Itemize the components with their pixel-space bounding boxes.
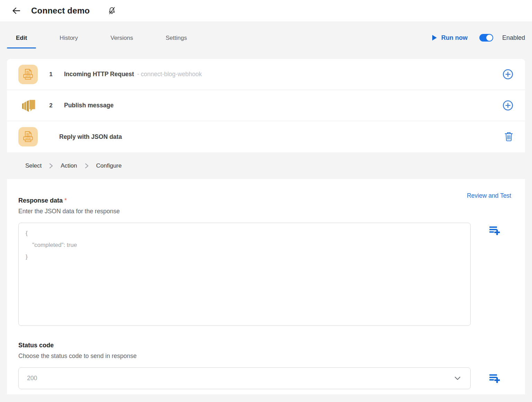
breadcrumb-action[interactable]: Action <box>61 162 77 169</box>
review-and-test-link[interactable]: Review and Test <box>467 192 511 199</box>
notifications-muted-button[interactable] <box>108 7 116 15</box>
status-code-hint: Choose the status code to send in respon… <box>18 352 501 360</box>
status-code-select[interactable]: 200 <box>18 367 471 389</box>
enabled-toggle[interactable] <box>479 34 493 42</box>
workflow-card: HTTP 1 Incoming HTTP Request - connect-b… <box>7 59 525 394</box>
top-bar: Connect demo <box>0 0 532 21</box>
workflow-step-row-3[interactable]: HTTP Reply with JSON data <box>7 121 525 152</box>
step-number: 2 <box>38 102 64 109</box>
svg-text:HTTP: HTTP <box>25 137 31 140</box>
status-code-label: Status code <box>18 326 501 349</box>
tab-list: Edit History Versions Settings <box>7 32 211 48</box>
back-button[interactable] <box>12 7 21 15</box>
bell-slash-icon <box>108 7 116 15</box>
required-asterisk: * <box>64 197 67 204</box>
response-data-input[interactable] <box>18 223 471 326</box>
configure-breadcrumb: Select Action Configure <box>7 152 525 179</box>
status-code-value: 200 <box>27 375 37 382</box>
run-now-button[interactable]: Run now <box>432 34 468 42</box>
response-data-label: Response data* <box>18 179 501 204</box>
toggle-knob <box>486 35 493 41</box>
response-data-row <box>18 223 501 326</box>
aws-sns-icon <box>18 96 38 115</box>
step-title: Incoming HTTP Request <box>64 71 134 78</box>
run-now-label: Run now <box>441 34 468 42</box>
list-plus-icon <box>489 225 501 236</box>
tab-settings[interactable]: Settings <box>157 32 195 48</box>
breadcrumb-configure[interactable]: Configure <box>96 162 122 169</box>
insert-data-button[interactable] <box>489 225 501 237</box>
tab-history[interactable]: History <box>51 32 86 48</box>
page-title: Connect demo <box>31 6 90 16</box>
tab-versions[interactable]: Versions <box>102 32 141 48</box>
trash-icon <box>504 132 513 142</box>
http-file-icon: HTTP <box>18 65 38 84</box>
workflow-step-row-1[interactable]: HTTP 1 Incoming HTTP Request - connect-b… <box>7 59 525 90</box>
step-title: Publish message <box>64 102 114 109</box>
step-title: Reply with JSON data <box>59 133 122 141</box>
add-circle-icon <box>503 100 513 111</box>
step-subtitle: - connect-blog-webhook <box>137 71 202 78</box>
http-file-icon: HTTP <box>18 127 38 146</box>
add-step-button[interactable] <box>503 100 513 111</box>
configure-panel: Review and Test Response data* Enter the… <box>7 179 525 394</box>
workflow-step-row-2[interactable]: 2 Publish message <box>7 90 525 121</box>
arrow-left-icon <box>12 7 21 15</box>
flow-controls: Run now Enabled <box>432 32 525 42</box>
breadcrumb-select[interactable]: Select <box>25 162 42 169</box>
add-circle-icon <box>503 69 513 80</box>
insert-data-button[interactable] <box>489 373 501 385</box>
status-code-row: 200 <box>18 367 501 389</box>
tab-edit[interactable]: Edit <box>7 32 36 48</box>
delete-step-button[interactable] <box>504 132 513 142</box>
chevron-down-icon <box>454 376 461 380</box>
chevron-right-icon <box>49 163 53 169</box>
add-step-button[interactable] <box>503 69 513 80</box>
svg-text:HTTP: HTTP <box>25 75 31 77</box>
step-number: 1 <box>38 71 64 78</box>
response-data-hint: Enter the JSON data for the response <box>18 208 501 215</box>
tabs-bar: Edit History Versions Settings Run now E… <box>7 32 525 51</box>
enabled-label: Enabled <box>502 34 525 42</box>
play-icon <box>432 35 437 41</box>
chevron-right-icon <box>85 163 89 169</box>
list-plus-icon <box>489 373 501 384</box>
